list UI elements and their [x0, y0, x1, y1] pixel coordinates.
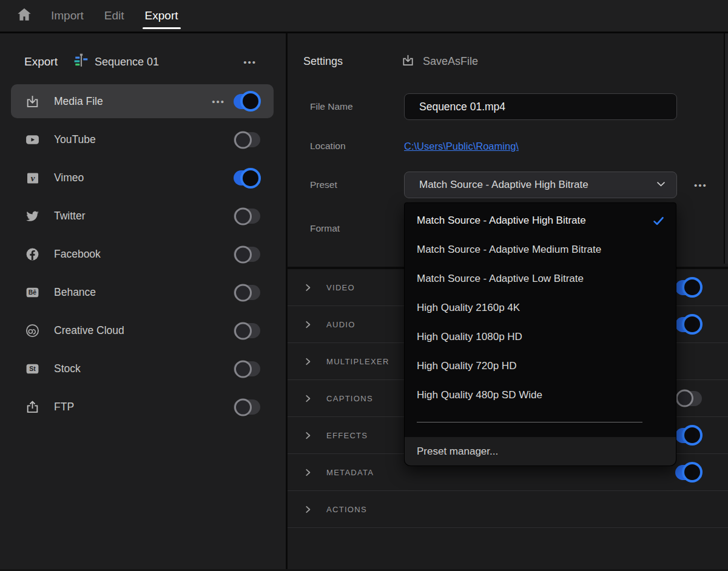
sidebar-item-facebook[interactable]: Facebook — [0, 235, 286, 273]
youtube-toggle[interactable] — [234, 132, 260, 147]
nav-tab-label: Edit — [104, 9, 124, 22]
facebook-toggle[interactable] — [234, 247, 260, 262]
preset-option-1[interactable]: Match Source - Adaptive Medium Bitrate — [405, 235, 676, 264]
vimeo-toggle[interactable] — [234, 170, 260, 185]
save-as-file-label: SaveAsFile — [423, 55, 478, 68]
sidebar-item-label: Facebook — [54, 248, 101, 261]
chevron-right-icon — [303, 320, 313, 329]
behance-toggle[interactable] — [234, 285, 260, 300]
effects-toggle[interactable] — [675, 428, 702, 443]
preset-option-0[interactable]: Match Source - Adaptive High Bitrate — [405, 206, 676, 235]
preset-option-3[interactable]: High Quality 2160p 4K — [405, 293, 676, 322]
chevron-right-icon — [303, 357, 313, 366]
main-area: Export Sequence 01 ••• Media File•••YouT… — [0, 33, 728, 569]
home-button[interactable] — [16, 0, 33, 32]
sidebar-item-ftp[interactable]: FTP — [0, 388, 286, 426]
chevron-right-icon — [303, 431, 313, 440]
preset-more-options-icon[interactable]: ••• — [694, 180, 707, 190]
sidebar-item-label: Vimeo — [54, 172, 84, 184]
svg-text:St: St — [29, 366, 36, 372]
sidebar-item-behance[interactable]: BēBehance — [0, 273, 286, 312]
export-sidebar: Export Sequence 01 ••• Media File•••YouT… — [0, 33, 288, 569]
media-file-more-options-icon[interactable]: ••• — [212, 96, 225, 107]
preset-option-6[interactable]: High Quality 480p SD Wide — [405, 381, 676, 410]
sidebar-item-label: YouTube — [54, 133, 96, 146]
check-icon — [652, 215, 665, 227]
creative-cloud-toggle[interactable] — [234, 323, 260, 338]
ftp-toggle[interactable] — [234, 399, 260, 415]
file-name-label: File Name — [288, 101, 404, 112]
preset-option-label: High Quality 720p HD — [417, 360, 516, 372]
sidebar-item-stock[interactable]: StStock — [0, 350, 286, 388]
file-name-input[interactable] — [404, 93, 677, 120]
sequence-name: Sequence 01 — [95, 56, 159, 68]
audio-toggle[interactable] — [675, 317, 702, 332]
preset-option-4[interactable]: High Quality 1080p HD — [405, 322, 676, 352]
preset-options: Match Source - Adaptive High BitrateMatc… — [405, 206, 676, 410]
preset-option-label: Match Source - Adaptive Medium Bitrate — [417, 244, 601, 256]
section-label: VIDEO — [326, 283, 355, 292]
sidebar-item-label: FTP — [54, 401, 74, 413]
preset-label: Preset — [288, 179, 404, 190]
preset-option-label: High Quality 480p SD Wide — [417, 389, 542, 401]
file-name-row: File Name — [288, 93, 728, 120]
section-label: METADATA — [326, 468, 374, 477]
destination-list: Media File•••YouTubevVimeoTwitterFaceboo… — [0, 84, 286, 426]
sidebar-item-creative-cloud[interactable]: Creative Cloud — [0, 312, 286, 350]
location-link[interactable]: C:\Users\Public\Roaming\ — [404, 141, 519, 152]
save-as-file-button[interactable]: SaveAsFile — [401, 53, 478, 70]
nav-tab-import[interactable]: Import — [51, 0, 84, 32]
preset-option-label: Match Source - Adaptive Low Bitrate — [417, 273, 584, 285]
home-icon — [16, 6, 33, 25]
section-label: AUDIO — [326, 320, 356, 329]
behance-icon: Bē — [24, 285, 41, 300]
ftp-upload-icon — [24, 399, 41, 415]
vimeo-icon: v — [24, 171, 41, 185]
preset-option-label: Match Source - Adaptive High Bitrate — [417, 215, 586, 227]
svg-text:Bē: Bē — [29, 289, 37, 296]
topbar-nav: ImportEditExport — [51, 0, 178, 32]
chevron-right-icon — [303, 505, 313, 514]
section-label: EFFECTS — [326, 431, 368, 440]
format-label: Format — [288, 223, 404, 234]
settings-header: Settings SaveAsFile — [288, 33, 728, 89]
section-label: MULTIPLEXER — [326, 357, 389, 366]
captions-toggle[interactable] — [675, 391, 702, 406]
sidebar-item-label: Twitter — [54, 210, 86, 222]
youtube-icon — [24, 132, 41, 147]
settings-title: Settings — [303, 55, 343, 68]
sidebar-item-twitter[interactable]: Twitter — [0, 197, 286, 235]
facebook-icon — [24, 247, 41, 262]
preset-option-2[interactable]: Match Source - Adaptive Low Bitrate — [405, 264, 676, 293]
preset-option-5[interactable]: High Quality 720p HD — [405, 352, 676, 381]
top-bar: ImportEditExport — [0, 0, 728, 33]
sidebar-title: Export — [24, 55, 58, 68]
sidebar-item-youtube[interactable]: YouTube — [0, 121, 286, 159]
nav-tab-edit[interactable]: Edit — [104, 0, 124, 32]
preset-option-label: High Quality 1080p HD — [417, 331, 522, 343]
save-as-file-icon — [401, 53, 415, 70]
stock-toggle[interactable] — [234, 361, 260, 376]
preset-select[interactable]: Match Source - Adaptive High Bitrate — [404, 172, 677, 198]
stock-icon: St — [24, 361, 41, 376]
metadata-toggle[interactable] — [675, 465, 702, 480]
nav-tab-label: Import — [51, 9, 84, 22]
preset-selected-value: Match Source - Adaptive High Bitrate — [419, 179, 655, 191]
settings-panel: Settings SaveAsFile File Name Location C… — [288, 33, 728, 569]
dropdown-divider — [417, 422, 642, 422]
sequence-chip[interactable]: Sequence 01 — [73, 53, 159, 71]
section-actions[interactable]: ACTIONS — [288, 491, 728, 528]
sidebar-item-media-file[interactable]: Media File••• — [11, 84, 274, 118]
media-file-toggle[interactable] — [234, 94, 260, 109]
twitter-toggle[interactable] — [234, 209, 260, 224]
preset-manager-item[interactable]: Preset manager... — [405, 437, 676, 466]
nav-tab-export[interactable]: Export — [145, 0, 178, 32]
video-toggle[interactable] — [675, 280, 702, 295]
sidebar-item-label: Stock — [54, 362, 81, 375]
sidebar-more-options-icon[interactable]: ••• — [243, 57, 257, 67]
location-row: Location C:\Users\Public\Roaming\ — [288, 133, 728, 159]
section-label: CAPTIONS — [326, 394, 373, 403]
chevron-right-icon — [303, 468, 313, 477]
sidebar-item-vimeo[interactable]: vVimeo — [0, 159, 286, 197]
preset-manager-label: Preset manager... — [417, 446, 498, 458]
